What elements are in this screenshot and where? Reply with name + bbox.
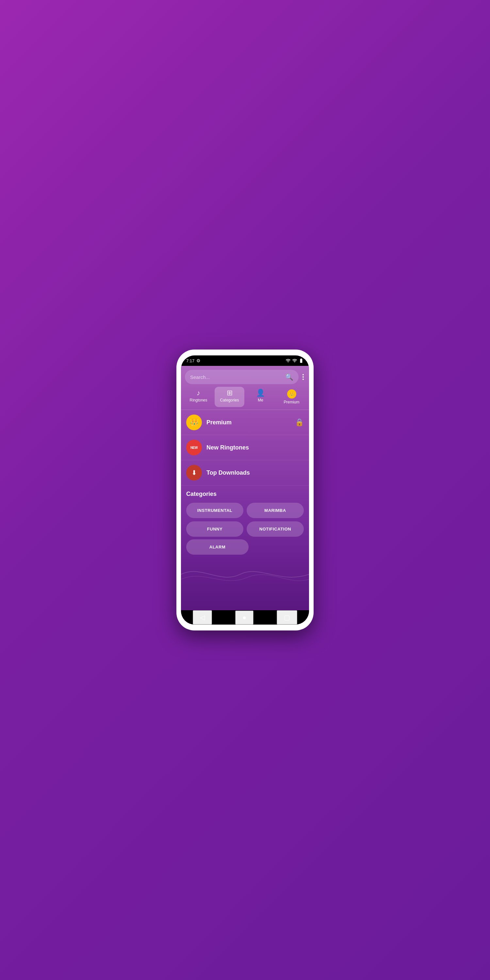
phone-frame: 7:17 ⚙ Search... 🔍 <box>177 350 313 630</box>
category-btn-marimba[interactable]: MARIMBA <box>247 503 304 518</box>
android-nav-bar: ◁ ● ▢ <box>181 610 309 625</box>
search-icon[interactable]: 🔍 <box>285 373 293 381</box>
new-icon-circle: NEW <box>186 440 202 455</box>
premium-label: Premium <box>283 400 299 404</box>
category-btn-alarm[interactable]: ALARM <box>186 539 248 555</box>
premium-badge: 👑 <box>287 390 296 399</box>
categories-header-text: Categories <box>186 491 216 497</box>
download-arrow-icon: ⬇ <box>191 469 197 477</box>
list-item-top-downloads[interactable]: ⬇ Top Downloads <box>181 460 309 485</box>
search-container: Search... 🔍 <box>181 366 309 387</box>
top-downloads-text: Top Downloads <box>207 469 304 476</box>
dot-2 <box>302 376 304 378</box>
new-ringtones-text: New Ringtones <box>207 444 304 451</box>
more-menu-button[interactable] <box>301 373 305 381</box>
me-icon: 👤 <box>256 390 265 396</box>
tab-categories[interactable]: ⊞ Categories <box>215 387 244 407</box>
list-item-new-ringtones[interactable]: NEW New Ringtones <box>181 435 309 460</box>
categories-icon: ⊞ <box>227 390 232 396</box>
categories-label: Categories <box>220 398 239 402</box>
downloads-icon-circle: ⬇ <box>186 465 202 480</box>
category-btn-notification[interactable]: NOTIFICATION <box>247 521 304 537</box>
back-button[interactable]: ◁ <box>193 610 212 625</box>
premium-icon-circle: 👑 <box>186 415 202 430</box>
categories-header: Categories <box>181 485 309 500</box>
home-button[interactable]: ● <box>235 611 253 625</box>
me-label: Me <box>258 398 263 402</box>
list-item-premium[interactable]: 👑 Premium 🔒 <box>181 410 309 435</box>
category-btn-funny[interactable]: FUNNY <box>186 521 243 537</box>
search-bar[interactable]: Search... 🔍 <box>185 370 299 384</box>
signal-icon <box>292 358 297 363</box>
wifi-icon <box>285 358 291 363</box>
dot-3 <box>302 379 304 380</box>
status-left: 7:17 ⚙ <box>186 358 200 363</box>
app-content: Search... 🔍 ♪ Ringtones ⊞ Categories <box>181 366 309 610</box>
ringtones-label: Ringtones <box>189 398 207 402</box>
new-text: NEW <box>191 446 197 450</box>
tab-premium[interactable]: 👑 Premium <box>277 387 306 407</box>
phone-screen: 7:17 ⚙ Search... 🔍 <box>181 355 309 625</box>
wave-decoration <box>181 555 309 595</box>
tab-ringtones[interactable]: ♪ Ringtones <box>184 387 213 407</box>
status-right <box>285 358 304 363</box>
lock-icon: 🔒 <box>295 418 304 426</box>
list-section: 👑 Premium 🔒 NEW New Ringtones ⬇ <box>181 410 309 610</box>
battery-icon <box>299 358 304 363</box>
nav-tabs: ♪ Ringtones ⊞ Categories 👤 Me 👑 Premium <box>181 387 309 410</box>
category-btn-instrumental[interactable]: INSTRUMENTAL <box>186 503 243 518</box>
category-grid: INSTRUMENTAL MARIMBA FUNNY NOTIFICATION <box>181 500 309 539</box>
settings-icon: ⚙ <box>196 358 200 363</box>
status-time: 7:17 <box>186 358 194 363</box>
premium-text: Premium <box>207 419 290 426</box>
dot-1 <box>302 374 304 375</box>
status-bar: 7:17 ⚙ <box>181 355 309 366</box>
crown-icon: 👑 <box>190 418 199 426</box>
ringtones-icon: ♪ <box>197 390 200 396</box>
wave-svg <box>181 561 309 587</box>
tab-me[interactable]: 👤 Me <box>246 387 275 407</box>
premium-crown-icon: 👑 <box>289 391 294 396</box>
recents-button[interactable]: ▢ <box>277 610 297 625</box>
search-placeholder: Search... <box>190 374 210 380</box>
